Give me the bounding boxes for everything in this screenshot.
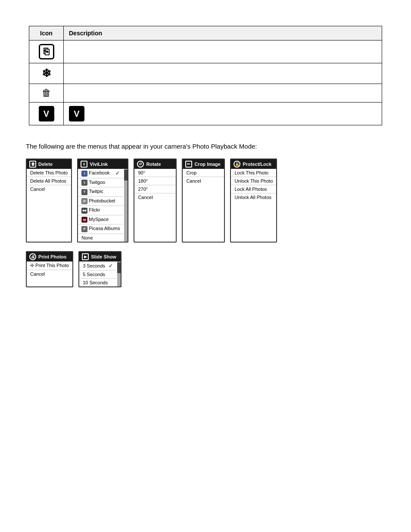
delete-item-2[interactable]: Delete All Photos — [27, 177, 71, 185]
icon-copy-cell: ⎘ — [29, 40, 64, 63]
slideshow-header-label: Slide Show — [91, 254, 116, 259]
rotate-item-90[interactable]: 90° — [134, 169, 176, 177]
print-item-print[interactable]: ✢ Print This Photo — [27, 261, 72, 270]
print-menu-body: ✢ Print This Photo Cancel — [27, 261, 72, 278]
row-description-1 — [64, 40, 382, 63]
row-description-3 — [64, 84, 382, 103]
slideshow-items: 3 Seconds ✓ 5 Seconds 10 Seconds — [79, 261, 121, 286]
print-header-label: Print Photos — [38, 254, 66, 259]
twitpic-icon: T — [81, 189, 87, 195]
vivilink-item-myspace[interactable]: MMySpace — [78, 215, 123, 225]
rotate-header-icon: ↺ — [137, 161, 144, 168]
slideshow-item-5sec[interactable]: 5 Seconds — [79, 271, 116, 279]
delete-header-icon: 🗑 — [29, 161, 36, 168]
table-row: V V — [29, 103, 382, 125]
vivilink-menu-body: fFacebook ✓ TTwitgoo TTwitpic PPhotobuck… — [78, 169, 128, 242]
slideshow-check: ✓ — [109, 263, 113, 269]
vivilink-item-none[interactable]: None — [78, 234, 123, 242]
facebook-check: ✓ — [115, 170, 120, 176]
protect-header-label: Protect/Lock — [243, 162, 271, 167]
intro-text: The following are the menus that appear … — [26, 143, 385, 150]
rotate-menu-header: ↺ Rotate — [134, 159, 176, 169]
icon-trash-cell: 🗑 — [29, 84, 64, 103]
vivilink-scrollbar-thumb — [124, 170, 128, 180]
vivilink-item-twitpic[interactable]: TTwitpic — [78, 187, 123, 197]
vivilink-item-flickr[interactable]: ■■Flickr — [78, 206, 123, 215]
photobucket-icon: P — [81, 198, 87, 204]
vivilink-header-icon: V — [81, 161, 87, 168]
vivilink-item-picasa[interactable]: PPicasa Albums — [78, 224, 123, 234]
rotate-item-270[interactable]: 270° — [134, 185, 176, 193]
crop-menu-header: ✂ Crop Image — [183, 159, 224, 169]
delete-menu-header: 🗑 Delete — [27, 159, 71, 169]
delete-menu: 🗑 Delete Delete This Photo Delete All Ph… — [26, 159, 72, 243]
v-icon-outer: V — [39, 106, 54, 121]
vivilink-item-twitgoo[interactable]: TTwitgoo — [78, 178, 123, 188]
table-header-description: Description — [64, 26, 382, 40]
protect-item-unlock-all[interactable]: Unlock All Photos — [231, 193, 276, 201]
row-description-2 — [64, 63, 382, 84]
icon-v-cell: V — [29, 103, 64, 125]
twitgoo-icon: T — [81, 180, 87, 186]
protect-item-lock-photo[interactable]: Lock This Photo — [231, 169, 276, 177]
vivilink-menu-header: V ViviLink — [78, 159, 128, 169]
slideshow-item-3sec[interactable]: 3 Seconds ✓ — [79, 261, 116, 271]
print-item-cancel[interactable]: Cancel — [27, 270, 72, 278]
protect-menu-header: 🔒 Protect/Lock — [231, 159, 276, 169]
delete-item-1[interactable]: Delete This Photo — [27, 169, 71, 177]
v-icon-inner: V — [69, 106, 84, 121]
protect-menu-body: Lock This Photo Unlock This Photo Lock A… — [231, 169, 276, 201]
print-header-icon: 🖨 — [29, 253, 36, 260]
rotate-item-cancel[interactable]: Cancel — [134, 193, 176, 201]
myspace-icon: M — [81, 217, 87, 223]
vivilink-scrollbar[interactable] — [124, 169, 128, 242]
slideshow-scrollbar-thumb — [117, 262, 121, 273]
icon-table: Icon Description ⎘ ❄ 🗑 V V — [29, 26, 382, 125]
crop-item-crop[interactable]: Crop — [183, 169, 224, 177]
copy-icon: ⎘ — [39, 44, 54, 59]
slideshow-menu-header: ▶ Slide Show — [79, 252, 121, 261]
slideshow-item-10sec[interactable]: 10 Seconds — [79, 279, 116, 286]
table-header-icon: Icon — [29, 26, 64, 40]
menus-row-2: 🖨 Print Photos ✢ Print This Photo Cancel… — [26, 251, 385, 287]
slideshow-header-icon: ▶ — [82, 253, 89, 260]
picasa-icon: P — [81, 226, 87, 232]
slideshow-menu-body: 3 Seconds ✓ 5 Seconds 10 Seconds — [79, 261, 121, 286]
protect-header-icon: 🔒 — [234, 161, 240, 168]
lightning-icon: ❄ — [42, 67, 51, 80]
slideshow-menu: ▶ Slide Show 3 Seconds ✓ 5 Seconds 10 Se… — [78, 251, 121, 287]
trash-icon: 🗑 — [42, 87, 51, 98]
table-row: ❄ — [29, 63, 382, 84]
protect-item-unlock-photo[interactable]: Unlock This Photo — [231, 177, 276, 185]
protect-menu: 🔒 Protect/Lock Lock This Photo Unlock Th… — [230, 159, 277, 243]
crop-menu-body: Crop Cancel — [183, 169, 224, 185]
protect-item-lock-all[interactable]: Lock All Photos — [231, 185, 276, 193]
facebook-icon: f — [81, 171, 87, 177]
crop-header-icon: ✂ — [185, 161, 192, 168]
rotate-menu-body: 90° 180° 270° Cancel — [134, 169, 176, 201]
vivilink-item-facebook[interactable]: fFacebook ✓ — [78, 169, 123, 178]
delete-item-3[interactable]: Cancel — [27, 185, 71, 193]
slideshow-scrollbar[interactable] — [117, 261, 121, 286]
crop-menu: ✂ Crop Image Crop Cancel — [182, 159, 225, 243]
crop-header-label: Crop Image — [194, 162, 221, 167]
menus-section: 🗑 Delete Delete This Photo Delete All Ph… — [26, 159, 385, 287]
icon-lightning-cell: ❄ — [29, 63, 64, 84]
rotate-item-180[interactable]: 180° — [134, 177, 176, 185]
rotate-header-label: Rotate — [146, 162, 161, 167]
vivilink-item-photobucket[interactable]: PPhotobucket — [78, 197, 123, 206]
vivilink-header-label: ViviLink — [90, 162, 108, 167]
print-menu: 🖨 Print Photos ✢ Print This Photo Cancel — [26, 251, 73, 287]
menus-row-1: 🗑 Delete Delete This Photo Delete All Ph… — [26, 159, 385, 243]
row-description-4: V — [64, 103, 382, 125]
delete-header-label: Delete — [38, 162, 53, 167]
table-row: ⎘ — [29, 40, 382, 63]
vivilink-items: fFacebook ✓ TTwitgoo TTwitpic PPhotobuck… — [78, 169, 128, 242]
flickr-icon: ■■ — [81, 208, 87, 214]
delete-menu-body: Delete This Photo Delete All Photos Canc… — [27, 169, 71, 193]
print-menu-header: 🖨 Print Photos — [27, 252, 72, 261]
crop-item-cancel[interactable]: Cancel — [183, 177, 224, 185]
table-row: 🗑 — [29, 84, 382, 103]
vivilink-menu: V ViviLink fFacebook ✓ TTwitgoo TTwitpic — [77, 159, 128, 243]
rotate-menu: ↺ Rotate 90° 180° 270° Cancel — [134, 159, 177, 243]
